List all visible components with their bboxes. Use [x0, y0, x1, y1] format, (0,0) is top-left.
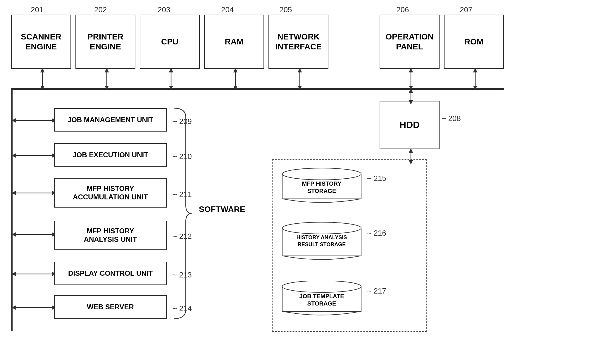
- scanner-engine-box: SCANNER ENGINE: [11, 15, 71, 69]
- arrow-opanel-hdd: [407, 89, 415, 104]
- arrow-mfp-history-anal: [12, 230, 56, 239]
- mfp-history-accumulation-box: MFP HISTORYACCUMULATION UNIT: [54, 178, 167, 208]
- arrow-mfp-history-acc: [12, 189, 56, 197]
- operation-panel-box: OPERATIONPANEL: [380, 15, 440, 69]
- db-mfp-history: MFP HISTORY STORAGE: [281, 168, 363, 206]
- ref-206: 206: [396, 5, 409, 14]
- ref-217: ~ 217: [367, 287, 386, 296]
- hdd-box: HDD: [380, 101, 440, 149]
- svg-point-15: [282, 168, 361, 180]
- ref-216: ~ 216: [367, 229, 386, 238]
- db-history-analysis: HISTORY ANALYSIS RESULT STORAGE: [281, 222, 363, 263]
- arrow-rom: [471, 69, 480, 89]
- job-management-unit-box: JOB MANAGEMENT UNIT: [54, 108, 167, 132]
- svg-text:MFP HISTORY: MFP HISTORY: [302, 180, 342, 187]
- job-execution-unit-box: JOB EXECUTION UNIT: [54, 143, 167, 167]
- svg-text:RESULT STORAGE: RESULT STORAGE: [298, 241, 346, 247]
- db-job-template: JOB TEMPLATE STORAGE: [281, 281, 363, 319]
- ref-201: 201: [31, 5, 43, 14]
- network-interface-box: NETWORKINTERFACE: [268, 15, 328, 69]
- web-server-box: WEB SERVER: [54, 295, 167, 319]
- ref-203: 203: [158, 5, 170, 14]
- bus-line: [11, 88, 504, 90]
- arrow-scanner: [38, 69, 47, 89]
- arrow-job-mgmt: [12, 116, 56, 125]
- display-control-unit-box: DISPLAY CONTROL UNIT: [54, 262, 167, 285]
- ref-207: 207: [460, 5, 472, 14]
- ref-204: 204: [221, 5, 234, 14]
- ref-205: 205: [279, 5, 292, 14]
- ref-202: 202: [94, 5, 107, 14]
- arrow-network: [295, 69, 304, 89]
- svg-text:JOB TEMPLATE: JOB TEMPLATE: [299, 293, 344, 299]
- ram-box: RAM: [204, 15, 264, 69]
- mfp-history-analysis-box: MFP HISTORYANALYSIS UNIT: [54, 221, 167, 250]
- software-label: SOFTWARE: [199, 205, 245, 214]
- arrow-operation: [407, 69, 415, 89]
- svg-text:STORAGE: STORAGE: [307, 188, 336, 194]
- arrow-cpu: [167, 69, 175, 89]
- ref-215: ~ 215: [367, 174, 386, 183]
- arrow-web-server: [12, 303, 56, 312]
- arrow-job-exec: [12, 151, 56, 160]
- software-brace: [171, 108, 194, 319]
- svg-point-23: [282, 281, 361, 292]
- arrow-printer: [102, 69, 111, 89]
- diagram: 201 202 203 204 205 206 207 SCANNER ENGI…: [0, 0, 608, 364]
- arrow-display-ctrl: [12, 270, 56, 278]
- cpu-box: CPU: [140, 15, 200, 69]
- ref-208: ~ 208: [442, 114, 461, 123]
- printer-engine-box: PRINTERENGINE: [75, 15, 135, 69]
- svg-text:HISTORY ANALYSIS: HISTORY ANALYSIS: [297, 234, 347, 240]
- rom-box: ROM: [444, 15, 504, 69]
- svg-point-19: [282, 222, 361, 234]
- arrow-hdd-db: [407, 149, 415, 164]
- arrow-ram: [231, 69, 240, 89]
- svg-text:STORAGE: STORAGE: [307, 300, 336, 307]
